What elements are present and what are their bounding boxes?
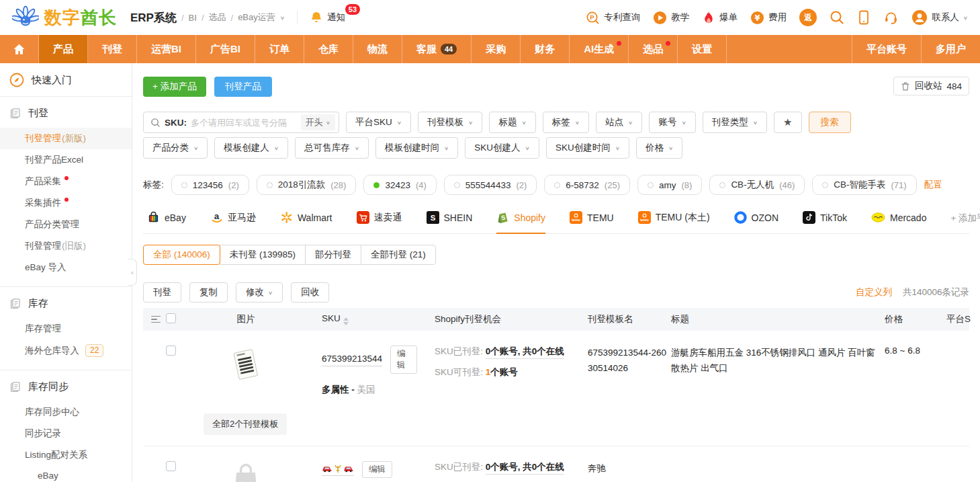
select-all-checkbox[interactable]	[166, 313, 176, 323]
chevron-down-icon[interactable]: ∨	[280, 15, 285, 20]
match-mode-select[interactable]: 开头∨	[301, 114, 335, 130]
platform-tab-tiktok[interactable]: TikTok	[803, 211, 847, 234]
filter-sku-creator[interactable]: SKU创建人∨	[465, 137, 539, 159]
sidebar-collapse-handle[interactable]: ‹	[128, 259, 137, 286]
nav-finance[interactable]: 财务	[521, 35, 570, 63]
filter-site[interactable]: 站点∨	[596, 112, 642, 133]
recycle-bin-button[interactable]: 回收站 484	[893, 77, 969, 95]
filter-publish-type[interactable]: 刊登类型∨	[703, 112, 767, 133]
sidebar-item-publish-manage-old[interactable]: 刊登管理(旧版)	[0, 235, 132, 257]
breadcrumb-xuanpin[interactable]: 选品	[209, 11, 226, 24]
filter-template-create-time[interactable]: 模板创建时间∨	[375, 137, 458, 159]
filter-tag[interactable]: 标签∨	[543, 112, 589, 133]
tag-config-link[interactable]: 配置	[924, 179, 942, 191]
platform-tab-shopify[interactable]: S Shopify	[496, 211, 545, 234]
sku-value-emoji[interactable]: 🚗🔱🚗	[322, 464, 354, 476]
platform-tab-amazon[interactable]: a 亚马逊	[210, 211, 256, 234]
sidebar-item-overseas-warehouse-import[interactable]: 海外仓库导入 22	[0, 339, 132, 362]
platform-tab-ozon[interactable]: OZON	[734, 211, 778, 234]
sidebar-item-product-collect[interactable]: 产品采集	[0, 171, 132, 192]
patent-search-link[interactable]: P 专利查询	[586, 11, 640, 25]
status-tab-partial[interactable]: 部分刊登	[305, 245, 361, 265]
sidebar-item-ebay-import[interactable]: eBay 导入	[0, 257, 132, 278]
tutorial-link[interactable]: 教学	[653, 11, 689, 25]
nav-orders[interactable]: 订单	[255, 35, 304, 63]
status-tab-all[interactable]: 全部 (140006)	[143, 245, 220, 265]
platform-tab-temu[interactable]: temu TEMU	[570, 211, 614, 234]
recycle-button[interactable]: 回收	[291, 282, 329, 303]
copy-button[interactable]: 复制	[189, 282, 228, 303]
tag-2018yinliu[interactable]: 2018引流款(28)	[257, 175, 357, 195]
sidebar-item-sync-records[interactable]: 同步记录	[0, 423, 132, 444]
edit-sku-button[interactable]: 编辑	[362, 461, 392, 478]
sidebar-item-pairing-ebay[interactable]: eBay	[0, 466, 132, 482]
nav-logistics[interactable]: 物流	[353, 35, 402, 63]
column-settings-icon[interactable]	[151, 316, 166, 323]
sidebar-quick-start[interactable]: 快速入门	[0, 63, 132, 96]
platform-tab-shein[interactable]: S SHEIN	[427, 211, 473, 234]
search-button[interactable]: 搜索	[809, 112, 851, 133]
sidebar-item-inventory-manage[interactable]: 库存管理	[0, 318, 132, 339]
favorite-filter-button[interactable]: ★	[774, 112, 801, 133]
headset-icon[interactable]	[883, 10, 899, 25]
app-logo[interactable]: 数字酋长	[12, 4, 117, 31]
tag-cb-smartwatch[interactable]: CB-智能手表(71)	[812, 175, 916, 195]
sidebar-section-inventory-sync[interactable]: 库存同步	[0, 370, 132, 401]
filter-product-category[interactable]: 产品分类∨	[143, 137, 208, 159]
breadcrumb-bi[interactable]: BI	[189, 13, 197, 23]
tag-amy[interactable]: amy(8)	[637, 175, 702, 195]
template-name[interactable]: 奔驰	[570, 461, 671, 477]
nav-warehouse[interactable]: 仓库	[304, 35, 353, 63]
nav-home[interactable]	[0, 35, 39, 63]
nav-settings[interactable]: 设置	[678, 35, 727, 63]
publish-product-button[interactable]: 刊登产品	[214, 77, 272, 97]
filter-publish-template[interactable]: 刊登模板∨	[418, 112, 482, 133]
filter-total-stock[interactable]: 总可售库存∨	[295, 137, 369, 159]
nav-ai-generate[interactable]: AI生成	[570, 35, 629, 63]
modify-dropdown[interactable]: 修改∨	[236, 282, 283, 303]
status-tab-unpublished[interactable]: 未刊登 (139985)	[220, 245, 306, 265]
all-templates-chip[interactable]: 全部2个刊登模板	[204, 413, 287, 435]
nav-publish[interactable]: 刊登	[88, 35, 137, 63]
fees-link[interactable]: ¥ 费用	[750, 11, 787, 25]
filter-sku-create-time[interactable]: SKU创建时间∨	[546, 137, 629, 159]
col-header-sku[interactable]: SKU	[296, 313, 417, 325]
tag-6-58732[interactable]: 6-58732(25)	[544, 175, 630, 195]
filter-template-creator[interactable]: 模板创建人∨	[214, 137, 288, 159]
published-value[interactable]: 0个账号, 共0个在线	[486, 346, 564, 359]
sidebar-item-publish-excel[interactable]: 刊登产品Excel	[0, 149, 132, 171]
publish-button[interactable]: 刊登	[143, 282, 181, 303]
status-tab-published[interactable]: 全部刊登 (21)	[361, 245, 436, 265]
sidebar-item-sync-center[interactable]: 库存同步中心	[0, 401, 132, 423]
hot-sale-link[interactable]: 爆单	[702, 11, 738, 25]
filter-account[interactable]: 账号∨	[649, 112, 695, 133]
tag-123456[interactable]: 123456(2)	[171, 175, 249, 195]
filter-title[interactable]: 标题∨	[489, 112, 535, 133]
nav-platform-accounts[interactable]: 平台账号	[852, 35, 921, 63]
sidebar-item-collect-plugin[interactable]: 采集插件	[0, 192, 132, 214]
sidebar-section-inventory[interactable]: 库存	[0, 287, 132, 318]
nav-customer-service[interactable]: 客服 44	[402, 35, 472, 63]
row-checkbox[interactable]	[166, 461, 176, 471]
filter-price[interactable]: 价格∨	[636, 137, 682, 159]
tag-cb-drone[interactable]: CB-无人机(46)	[709, 175, 805, 195]
nav-product-selection[interactable]: 选品	[629, 35, 678, 63]
tag-32423[interactable]: 32423(4)	[363, 175, 436, 195]
add-product-button[interactable]: + 添加产品	[143, 77, 206, 97]
add-platform-button[interactable]: + 添加平台	[950, 212, 980, 233]
breadcrumb-ebay-ops[interactable]: eBay运营	[238, 11, 275, 24]
mobile-app-icon[interactable]	[857, 10, 871, 25]
platform-tab-ebay[interactable]: eBay	[147, 211, 186, 234]
sidebar-item-category-manage[interactable]: 产品分类管理	[0, 214, 132, 235]
sku-search-input[interactable]	[191, 118, 297, 128]
nav-purchasing[interactable]: 采购	[472, 35, 521, 63]
contact-menu[interactable]: 联系人 ∨	[911, 9, 968, 26]
nav-operations-bi[interactable]: 运营BI	[137, 35, 196, 63]
tag-555544433[interactable]: 555544433(2)	[444, 175, 537, 195]
return-button[interactable]: 返	[799, 9, 817, 26]
edit-sku-button[interactable]: 编辑	[390, 346, 417, 374]
product-image[interactable]	[228, 346, 263, 385]
nav-multi-user[interactable]: 多用户	[921, 35, 980, 63]
search-icon[interactable]	[830, 10, 844, 25]
published-value[interactable]: 0个账号, 共0个在线	[486, 462, 564, 475]
